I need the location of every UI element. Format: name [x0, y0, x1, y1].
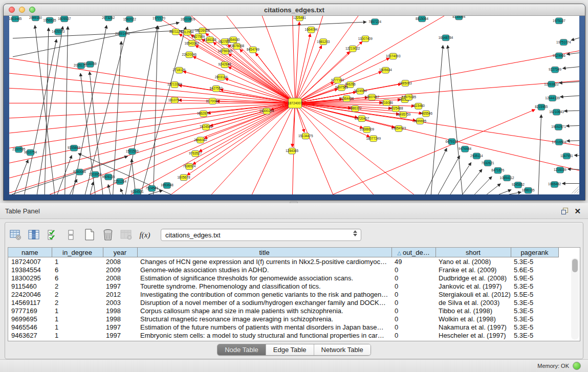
table-selector[interactable]: citations_edges.txt [161, 229, 361, 241]
graph-node-label: 6479197 [445, 140, 458, 143]
zoom-button[interactable] [29, 7, 35, 13]
column-header-out_degree[interactable]: △out_de… [391, 248, 435, 257]
graph-node-label: 10807487 [364, 95, 379, 99]
function-builder-icon[interactable]: f(x) [138, 228, 151, 242]
table-row[interactable]: 2242004622012Investigating the contribut… [8, 290, 558, 298]
column-header-year[interactable]: year [103, 248, 137, 257]
resize-grip-icon[interactable] [574, 189, 579, 193]
column-header-title[interactable]: title [137, 248, 391, 257]
table-row[interactable]: 1872400712008Changes of HCN gene express… [8, 257, 558, 266]
graph-node-label: 8135094 [452, 16, 465, 18]
graph-node-label: 12219022 [345, 47, 360, 50]
column-header-pagerank[interactable]: pagerank [511, 248, 558, 257]
edge [295, 46, 321, 103]
resize-grip-icon[interactable] [577, 191, 579, 193]
cell-short: Yano et al. (2008) [435, 257, 511, 266]
graph-node-label: 1605537 [58, 17, 71, 20]
cell-pagerank: 5.3E-5 [511, 257, 558, 266]
cell-short: Stergiakouli et al. (2012) [435, 290, 511, 298]
cell-out_degree: 0 [391, 274, 435, 282]
graph-node-label: 1810754 [168, 98, 181, 102]
select-all-icon[interactable] [46, 228, 59, 242]
graph-node-label: 18300295 [259, 109, 274, 113]
cell-title: Corpus callosum shape and size in male p… [137, 307, 391, 315]
edge [125, 26, 157, 194]
cell-year: 2012 [103, 290, 137, 298]
edge [448, 45, 463, 194]
table-panel-body: f(x) citations_edges.txt namein_degreeye… [5, 222, 583, 359]
table-row[interactable]: 946554611997Estimation of the future num… [8, 323, 558, 331]
graph-node-label: 18226058 [195, 29, 210, 32]
cell-name: 9115460 [8, 282, 52, 290]
table-row[interactable]: 946362711997Embryonic stem cells: a mode… [8, 331, 558, 339]
table-scrollbar[interactable] [571, 258, 579, 340]
graph-node-label: 15720407 [355, 117, 369, 120]
edge [463, 169, 482, 194]
graph-node-label: 1501593 [126, 149, 139, 153]
table-row[interactable]: 1456911722003Disruption of a novel membe… [8, 298, 558, 307]
edge [9, 103, 295, 163]
table-tabs: Node TableEdge TableNetwork Table [5, 344, 583, 356]
tab-network-table[interactable]: Network Table [314, 344, 371, 355]
edge [538, 115, 541, 194]
clear-selection-icon[interactable] [64, 228, 78, 242]
minimize-button[interactable] [19, 7, 25, 13]
cell-out_degree: 0 [391, 323, 435, 331]
edge [568, 169, 579, 170]
edge [57, 156, 72, 194]
cell-name: 9463627 [8, 331, 52, 339]
edge [13, 23, 179, 57]
graph-node-label: 16495759 [396, 113, 411, 116]
cell-out_degree: 49 [391, 257, 435, 266]
table-row[interactable]: 1938455462009Genome-wide association stu… [8, 266, 558, 274]
column-header-short[interactable]: short [435, 248, 511, 257]
column-header-in_degree[interactable]: in_degree [52, 248, 103, 257]
cell-short: Franke et al. (2009) [435, 266, 511, 274]
graph-node-label: 9777169 [331, 78, 344, 82]
table-scrollbar-thumb[interactable] [572, 259, 578, 272]
float-panel-icon[interactable] [561, 208, 568, 214]
cell-title: Estimation of the future numbers of pati… [137, 323, 391, 331]
cell-title: Genome-wide association studies in ADHD. [137, 266, 391, 274]
table-mode-icon[interactable] [9, 228, 23, 242]
graph-node-label: 9763527 [189, 151, 202, 155]
table-row[interactable]: 1830029562008Estimation of significance … [8, 274, 558, 282]
tab-node-table[interactable]: Node Table [217, 344, 266, 355]
column-header-name[interactable]: name [8, 248, 52, 257]
status-bar: Memory: OK [0, 359, 588, 372]
close-panel-icon[interactable]: ✕ [574, 208, 581, 214]
memory-status-label: Memory: OK [537, 363, 569, 369]
cell-out_degree: 0 [391, 331, 435, 339]
combo-arrows-icon [353, 230, 357, 236]
close-button[interactable] [9, 7, 15, 13]
delete-column-icon[interactable] [101, 228, 115, 242]
graph-node-label: 7986372 [349, 106, 362, 110]
show-columns-icon[interactable] [28, 228, 41, 242]
cell-name: 22420046 [8, 290, 52, 298]
new-column-icon[interactable] [83, 228, 96, 242]
network-canvas[interactable]: 1803445204916019565351605537207326215820… [9, 16, 579, 194]
graph-node-label: 2866044 [194, 138, 207, 142]
cell-in_degree: 1 [52, 315, 103, 323]
cell-short: Tibbo et al. (1998) [435, 307, 511, 315]
edge [141, 27, 186, 194]
edge [295, 103, 333, 194]
graph-node-label: 2251264 [114, 180, 126, 183]
graph-node-label: 15134475 [298, 134, 313, 138]
cell-short: Dudbridge et al. (2008) [435, 274, 511, 282]
cell-pagerank: 5.3E-5 [511, 298, 558, 307]
cell-in_degree: 1 [52, 331, 103, 339]
table-row[interactable]: 969969511998Structural magnetic resonanc… [8, 315, 558, 323]
delete-table-icon [120, 228, 133, 242]
graph-node-label: 9862879 [197, 112, 210, 115]
edge [487, 184, 500, 194]
graph-node-label: 2935114 [470, 154, 483, 158]
cell-title: Investigating the contribution of common… [137, 290, 391, 298]
network-window-titlebar[interactable]: citations_edges.txt [4, 4, 585, 16]
table-row[interactable]: 977716911998Corpus callosum shape and si… [8, 307, 558, 315]
tab-edge-table[interactable]: Edge Table [266, 344, 314, 355]
table-row[interactable]: 911546021997Tourette syndrome. Phenomeno… [8, 282, 558, 290]
cell-pagerank: 5.5E-5 [511, 290, 558, 298]
graph-node-label: 8215955 [535, 105, 548, 108]
edge [37, 26, 62, 194]
